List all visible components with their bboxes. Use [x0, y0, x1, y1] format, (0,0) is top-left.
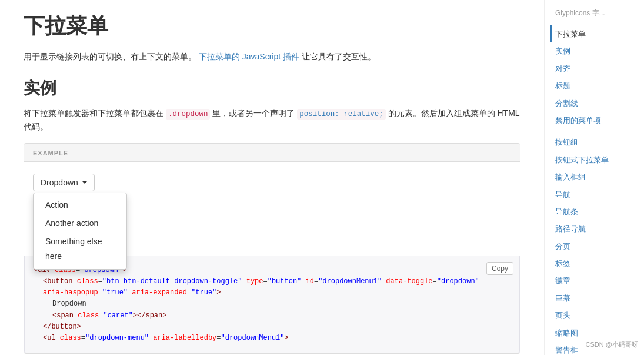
section-title: 实例	[24, 77, 520, 99]
code-line-2: <button class="btn btn-default dropdown-…	[34, 276, 510, 287]
sidebar-item-jin-yong[interactable]: 禁用的菜单项	[550, 112, 644, 129]
sidebar-item-an-niu-zu[interactable]: 按钮组	[550, 134, 644, 151]
dropdown-item-another-action[interactable]: Another action	[34, 214, 126, 233]
dropdown-wrapper: Dropdown Action Another action Something…	[33, 174, 95, 191]
list-item: Another action	[34, 214, 126, 233]
code-block: Copy <div class="dropdown"> <button clas…	[24, 256, 520, 353]
code-line-7: <ul class="dropdown-menu" aria-labelledb…	[34, 333, 510, 344]
sidebar-item-dui-qi[interactable]: 对齐	[550, 60, 644, 77]
sidebar-item-xia-la-cai-dan[interactable]: 下拉菜单	[550, 25, 644, 42]
code-line-3: aria-haspopup="true" aria-expanded="true…	[34, 287, 510, 298]
main-content: 下拉菜单 用于显示链接列表的可切换、有上下文的菜单。 下拉菜单的 JavaScr…	[0, 0, 544, 355]
sidebar-item-fen-ge-xian[interactable]: 分割线	[550, 95, 644, 112]
code-position: position: relative;	[297, 109, 386, 120]
sidebar-item-an-niu-xia-la[interactable]: 按钮式下拉菜单	[550, 151, 644, 168]
sub-desc-part2: 里，或者另一个声明了	[212, 108, 295, 118]
sidebar-item-shu-ru-kuang-zu[interactable]: 输入框组	[550, 168, 644, 185]
example-label: EXAMPLE	[24, 144, 520, 162]
page-description: 用于显示链接列表的可切换、有上下文的菜单。 下拉菜单的 JavaScript 插…	[24, 50, 520, 63]
sidebar-item-biao-qian[interactable]: 标签	[550, 255, 644, 272]
list-item: Something else here	[34, 233, 126, 266]
sidebar-item-shi-li[interactable]: 实例	[550, 42, 644, 59]
sub-desc-part1: 将下拉菜单触发器和下拉菜单都包裹在	[24, 108, 163, 118]
description-part2: 让它具有了交互性。	[302, 52, 376, 61]
sidebar-item-dao-hang[interactable]: 导航	[550, 186, 644, 203]
list-item: Action	[34, 196, 126, 214]
sidebar-section-2: 按钮组 按钮式下拉菜单 输入框组 导航 导航条 路径导航 分页 标签 徽章 巨幕…	[550, 134, 644, 355]
sidebar-item-suo-lue-tu[interactable]: 缩略图	[550, 324, 644, 341]
copy-button[interactable]: Copy	[486, 262, 513, 275]
code-line-6: </button>	[34, 321, 510, 333]
sidebar-header: Glyphicons 字...	[550, 6, 644, 21]
dropdown-item-action[interactable]: Action	[34, 196, 126, 214]
page-title: 下拉菜单	[24, 12, 520, 41]
sidebar-item-biao-ti[interactable]: 标题	[550, 77, 644, 94]
caret-icon	[82, 181, 87, 184]
watermark: CSDN @小码哥呀	[586, 340, 638, 349]
dropdown-toggle-button[interactable]: Dropdown	[33, 174, 95, 191]
dropdown-button-label: Dropdown	[41, 178, 78, 187]
sidebar-section-1: 下拉菜单 实例 对齐 标题 分割线 禁用的菜单项	[550, 25, 644, 129]
sub-description: 将下拉菜单触发器和下拉菜单都包裹在 .dropdown 里，或者另一个声明了 p…	[24, 107, 520, 133]
sidebar-item-fen-ye[interactable]: 分页	[550, 238, 644, 255]
code-line-4: Dropdown	[34, 298, 510, 310]
code-dropdown: .dropdown	[166, 109, 211, 120]
example-content: Dropdown Action Another action Something…	[24, 162, 520, 256]
code-line-5: <span class="caret"></span>	[34, 310, 510, 321]
description-link[interactable]: 下拉菜单的 JavaScript 插件	[199, 52, 299, 61]
sidebar-item-ye-tou[interactable]: 页头	[550, 307, 644, 324]
sidebar-item-hui-zhang[interactable]: 徽章	[550, 272, 644, 289]
sidebar: Glyphicons 字... 下拉菜单 实例 对齐 标题 分割线 禁用的菜单项…	[544, 0, 644, 355]
sidebar-item-dao-hang-tiao[interactable]: 导航条	[550, 203, 644, 220]
sidebar-item-ju-mu[interactable]: 巨幕	[550, 290, 644, 307]
dropdown-item-something-else[interactable]: Something else here	[34, 233, 126, 266]
sidebar-item-lu-jing-dao-hang[interactable]: 路径导航	[550, 220, 644, 237]
dropdown-menu: Action Another action Something else her…	[33, 193, 127, 270]
description-part1: 用于显示链接列表的可切换、有上下文的菜单。	[24, 52, 196, 61]
example-box: EXAMPLE Dropdown Action Another action	[24, 143, 520, 354]
